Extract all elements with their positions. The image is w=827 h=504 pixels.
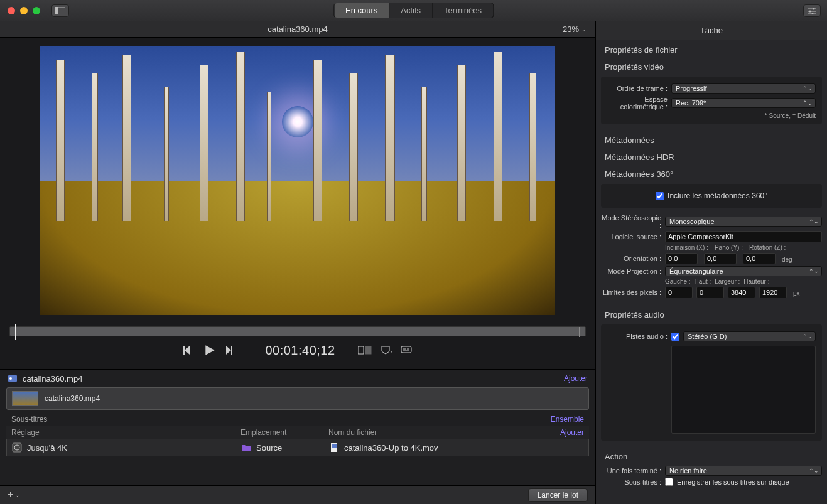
width-input[interactable] [728,287,755,298]
tab-active[interactable]: Actifs [389,3,433,18]
chevron-icon: ⌃⌄ [803,100,813,106]
deg-unit: deg [782,256,792,264]
output-filename: catalina360-Up to 4K.mov [344,443,438,453]
chevron-icon: ⌃⌄ [809,268,819,274]
audio-track-select[interactable]: Stéréo (G D) ⌃⌄ [683,331,816,341]
subs-action-label: Sous-titres : [601,478,661,486]
section-action[interactable]: Action [596,447,827,464]
tilt-label: Inclinaison (X) : [665,244,708,251]
field-order-label: Ordre de trame : [607,85,668,92]
colorspace-select[interactable]: Rec. 709* ⌃⌄ [671,98,816,108]
section-video-props[interactable]: Propriétés vidéo [596,57,827,74]
projection-label: Mode Projection : [601,267,661,275]
timeline-scrubber[interactable] [9,326,586,336]
section-file-props[interactable]: Propriétés de fichier [596,40,827,57]
play-button[interactable] [203,344,216,357]
ensemble-link[interactable]: Ensemble [551,415,584,424]
section-metadata[interactable]: Métadonnées [596,131,827,147]
left-label: Gauche : [665,278,691,285]
subtitles-header: Sous-titres Ensemble [6,412,589,426]
inspector-panel: Tâche Propriétés de fichier Propriétés v… [595,21,827,504]
when-done-select[interactable]: Ne rien faire ⌃⌄ [665,466,822,476]
stereo-label: Mode Stéréoscopie : [601,214,661,229]
preset-icon [12,442,22,453]
chevron-icon: ⌃⌄ [809,218,819,225]
movie-file-icon [329,442,339,453]
svg-rect-9 [183,346,185,355]
svg-rect-17 [401,346,411,353]
window-controls [8,7,40,14]
chevron-icon: ⌃⌄ [803,85,813,92]
add-button[interactable]: ⌄ [8,491,20,500]
bottom-bar: ⌄ Lancer le lot [0,485,595,504]
include-360-checkbox[interactable] [656,192,664,200]
sidebar-toggle-button[interactable] [51,4,69,17]
col-setting: Réglage [11,428,241,437]
inspector-title: Tâche [596,21,827,40]
projection-select[interactable]: Équirectangulaire ⌃⌄ [665,266,822,276]
save-subs-checkbox[interactable] [665,478,673,486]
current-filename: catalina360.mp4 [268,24,327,34]
software-label: Logiciel source : [601,233,661,240]
svg-rect-26 [332,444,337,448]
batch-add-link[interactable]: Ajouter [564,374,588,383]
section-audio[interactable]: Propriétés audio [596,305,827,322]
pan-label: Pano (Y) : [715,244,743,251]
prev-frame-button[interactable] [183,345,195,356]
top-label: Haut : [695,278,711,285]
zoom-value: 23% [563,24,579,34]
save-subs-label: Enregistrer les sous-titres sur disque [677,478,789,486]
marker-dropdown[interactable]: ⌄ [381,345,392,355]
height-input[interactable] [759,287,787,298]
main-panel: catalina360.mp4 23% ⌄ [0,21,595,504]
audio-tracks-box [671,346,816,434]
compare-view-button[interactable] [358,345,372,355]
field-order-select[interactable]: Progressif ⌃⌄ [671,83,816,94]
caption-button[interactable] [401,345,412,355]
timecode-display[interactable]: 00:01:40;12 [265,343,335,358]
svg-point-5 [809,10,811,12]
colorspace-value: Rec. 709* [676,99,706,107]
top-input[interactable] [696,287,724,298]
zoom-window-button[interactable] [33,7,40,14]
rot-label: Rotation (Z) : [749,244,786,251]
svg-rect-1 [55,7,58,14]
audio-group: Pistes audio : Stéréo (G D) ⌃⌄ [601,324,822,441]
close-window-button[interactable] [8,7,15,14]
projection-value: Équirectangulaire [669,267,723,275]
svg-rect-12 [231,346,232,355]
pan-input[interactable] [704,253,737,264]
video-preview[interactable] [40,46,555,315]
tab-current[interactable]: En cours [334,3,389,18]
next-frame-button[interactable] [225,345,236,356]
minimize-window-button[interactable] [20,7,28,14]
stereo-select[interactable]: Monoscopique ⌃⌄ [665,217,822,227]
rot-input[interactable] [743,253,776,264]
field-order-value: Progressif [676,85,707,92]
audio-track-checkbox[interactable] [671,333,679,341]
tab-done[interactable]: Terminées [433,3,493,18]
svg-text:⌄: ⌄ [15,492,20,498]
svg-marker-10 [206,345,215,355]
when-done-label: Une fois terminé : [601,467,661,475]
setting-row[interactable]: Jusqu'à 4K Source catalina360-Up to 4K.m… [6,439,589,456]
launch-batch-button[interactable]: Lancer le lot [528,488,588,502]
inspector-toggle-button[interactable] [803,4,821,17]
row-add-link[interactable]: Ajouter [560,428,584,437]
file-bar: catalina360.mp4 23% ⌄ [0,21,595,38]
batch-filename: catalina360.mp4 [23,374,82,383]
batch-file-row[interactable]: catalina360.mp4 [6,387,589,410]
col-filename: Nom du fichier [328,428,377,437]
orientation-label: Orientation : [601,255,661,262]
zoom-dropdown[interactable]: 23% ⌄ [563,24,586,34]
section-360[interactable]: Métadonnées 360° [596,164,827,181]
software-input[interactable] [665,231,822,242]
left-input[interactable] [665,287,693,298]
batch-header: catalina360.mp4 Ajouter [0,370,595,387]
chevron-down-icon: ⌄ [581,26,586,33]
tilt-input[interactable] [665,253,698,264]
batch-column-headers: Réglage Emplacement Nom du fichier Ajout… [6,426,589,439]
pixel-limits-label: Limites des pixels : [601,289,661,296]
section-hdr[interactable]: Métadonnées HDR [596,147,827,164]
preview-area: 00:01:40;12 ⌄ [0,38,595,369]
